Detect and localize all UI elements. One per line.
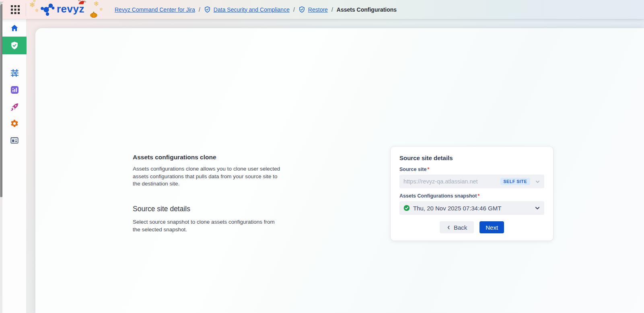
sidebar-item-rocket[interactable] [2,98,27,115]
home-icon [10,24,19,33]
breadcrumb: Revyz Command Center for Jira / Data Sec… [115,6,397,13]
snowflake-icon: ❄ [33,0,36,3]
back-button[interactable]: Back [440,221,474,233]
snapshot-label-text: Assets Configurations snapshot [399,193,477,199]
pumpkin-icon [90,12,98,18]
snapshot-label: Assets Configurations snapshot* [399,193,544,199]
sidebar-item-configurations[interactable] [2,64,27,82]
source-site-placeholder: https://revyz-qa.atlassian.net [403,178,500,185]
chevron-left-icon [446,225,451,230]
page-title: Assets configurations clone [133,154,282,161]
section-title: Source site details [133,205,282,213]
snowflake-icon: ❄ [99,7,103,12]
snapshot-selected-value: Thu, 20 Nov 2025 07:34:46 GMT [413,205,535,212]
next-button-label: Next [486,224,498,231]
bar-chart-icon [10,86,19,94]
sidebar-item-home[interactable] [2,19,27,37]
intro-text-block: Assets configurations clone Assets confi… [133,154,282,233]
chevron-down-icon [535,179,540,184]
source-site-select[interactable]: https://revyz-qa.atlassian.net SELF SITE [399,175,544,188]
santa-hat-icon [77,0,87,6]
sidebar-item-boards[interactable] [2,132,27,149]
sidebar [2,19,27,313]
breadcrumb-restore[interactable]: Restore [308,6,328,13]
form-button-row: Back Next [399,221,544,233]
window-edge-notch [0,2,4,6]
required-asterisk: * [427,167,429,172]
layout-board-icon [10,136,19,145]
snapshot-select[interactable]: Thu, 20 Nov 2025 07:34:46 GMT [399,201,544,215]
gear-icon [10,119,19,128]
breadcrumb-separator: / [293,6,295,13]
chevron-down-icon [535,205,540,211]
source-site-label-text: Source site [399,167,426,172]
header-divider [26,3,26,16]
rocket-icon [10,102,19,111]
breadcrumb-command-center[interactable]: Revyz Command Center for Jira [115,6,195,13]
snowflake-icon: ❄ [94,1,99,7]
shield-check-icon [298,6,305,13]
section-description: Select source snapshot to clone assets c… [133,218,282,233]
app-switcher-icon[interactable] [11,5,20,14]
required-asterisk: * [477,193,479,199]
sidebar-item-data-security[interactable] [2,37,27,54]
breadcrumb-separator: / [331,6,333,13]
sidebar-item-settings[interactable] [2,115,27,132]
main-content-panel: Assets configurations clone Assets confi… [35,28,644,313]
back-button-label: Back [454,224,467,231]
sliders-icon [10,68,19,78]
self-site-badge: SELF SITE [500,178,531,185]
breadcrumb-separator: / [199,6,200,13]
page-description: Assets configurations clone allows you t… [133,165,282,188]
next-button[interactable]: Next [479,221,504,233]
breadcrumb-current-page: Assets Configurations [337,6,397,13]
sidebar-item-analytics[interactable] [2,81,27,99]
source-site-label: Source site* [399,167,544,172]
top-header: ❄ ❄ ❄ revyz ❄ ❄ Revyz Command Cente [0,0,644,19]
revyz-logo[interactable]: ❄ ❄ ❄ revyz ❄ ❄ [29,0,106,19]
shield-check-icon [204,6,211,13]
form-card-title: Source site details [399,154,544,161]
source-site-details-card: Source site details Source site* https:/… [390,146,553,241]
shield-check-icon [10,41,19,50]
check-circle-icon [403,205,410,211]
snowflake-icon: ❄ [35,8,39,13]
breadcrumb-data-security[interactable]: Data Security and Compliance [214,6,290,13]
window-scrollbar[interactable] [0,4,2,197]
molecule-logo-icon [41,3,55,16]
